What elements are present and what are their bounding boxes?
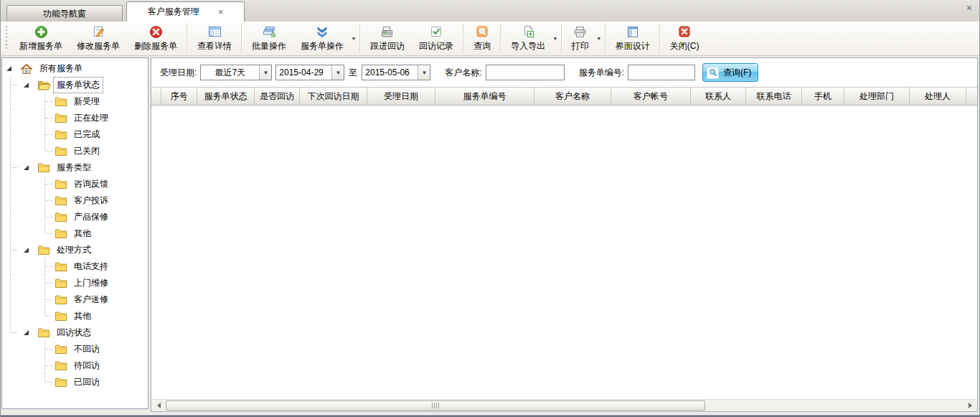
tree-guide	[19, 192, 37, 209]
column-header-order-status[interactable]: 服务单状态	[197, 88, 255, 105]
column-header-next-visit[interactable]: 下次回访日期	[300, 88, 367, 105]
toolbar-separator	[187, 24, 188, 52]
chevron-down-icon[interactable]: ▼	[259, 65, 271, 80]
tree-item-order-status[interactable]: 服务单状态	[2, 77, 148, 93]
tree-guide	[37, 291, 54, 308]
accept-date-label: 受理日期:	[160, 67, 197, 79]
scrollbar-grip-icon	[432, 403, 439, 408]
tree-item-product-warranty[interactable]: 产品保修	[2, 209, 148, 225]
tree-guide	[2, 258, 19, 275]
tree-item-completed[interactable]: 已完成	[2, 126, 148, 143]
tab-close-icon[interactable]: ×	[218, 7, 224, 17]
dropdown-arrow-icon[interactable]: ▼	[552, 35, 558, 40]
date-from-combo[interactable]: 2015-04-29 ▼	[275, 65, 344, 80]
edit-service-order-button[interactable]: 修改服务单	[70, 22, 127, 54]
tree-item-new-accepted[interactable]: 新受理	[2, 93, 148, 110]
tree-guide	[2, 341, 19, 357]
tree-item-closed[interactable]: 已关闭	[2, 143, 148, 159]
horizontal-scrollbar[interactable]	[151, 399, 977, 411]
delete-service-order-button[interactable]: 删除服务单	[127, 22, 184, 54]
tree-item-phone-support[interactable]: 电话支持	[2, 258, 148, 275]
chevron-down-icon[interactable]: ▼	[331, 65, 344, 80]
tree-guide	[19, 258, 37, 275]
tree-guide	[37, 225, 54, 242]
expand-icon[interactable]	[6, 66, 11, 71]
tree-guide	[37, 93, 54, 110]
tree-item-pending-visit[interactable]: 待回访	[2, 357, 148, 374]
row-indicator-column	[151, 88, 161, 105]
search-icon	[707, 67, 719, 79]
service-order-actions-button[interactable]: 服务单操作	[293, 22, 351, 54]
folder-open-icon	[37, 79, 51, 91]
tree-item-type-other[interactable]: 其他	[2, 225, 148, 242]
tree-guide	[2, 93, 19, 110]
expand-icon[interactable]	[24, 165, 29, 170]
tree-item-onsite-repair[interactable]: 上门维修	[2, 275, 148, 291]
tab-customer-service[interactable]: 客户服务管理 ×	[126, 1, 245, 22]
tree-item-service-type[interactable]: 服务类型	[2, 159, 148, 176]
date-range-preset-combo[interactable]: 最近7天 ▼	[200, 65, 272, 80]
chevron-down-icon[interactable]: ▼	[418, 65, 430, 80]
dropdown-arrow-icon[interactable]: ▼	[596, 35, 602, 40]
date-to-combo[interactable]: 2015-05-06 ▼	[362, 65, 430, 80]
ui-design-button[interactable]: 界面设计	[608, 22, 657, 54]
tree-guide	[19, 126, 37, 143]
follow-up-visit-button[interactable]: 跟进回访	[363, 22, 412, 54]
tree-item-method-other[interactable]: 其他	[2, 308, 148, 324]
tab-strip: 功能导航窗 客户服务管理 × ×	[1, 0, 979, 22]
column-header-order-number[interactable]: 服务单编号	[435, 88, 534, 105]
expand-icon[interactable]	[24, 83, 29, 88]
tree-item-all-orders[interactable]: 所有服务单	[2, 60, 148, 77]
expand-icon[interactable]	[24, 330, 29, 335]
column-header-accept-date[interactable]: 受理日期	[367, 88, 435, 105]
scroll-left-icon[interactable]	[153, 400, 164, 411]
customer-name-input[interactable]	[486, 65, 565, 80]
tree-item-customer-complaint[interactable]: 客户投诉	[2, 192, 148, 209]
column-header-seq[interactable]: 序号	[161, 88, 197, 105]
tree-item-customer-sendin[interactable]: 客户送修	[2, 291, 148, 308]
toolbar-grip-icon[interactable]	[5, 26, 9, 50]
add-service-order-button[interactable]: 新增服务单	[12, 22, 70, 54]
tree-item-label: 上门维修	[70, 275, 112, 291]
scrollbar-thumb[interactable]	[166, 400, 705, 411]
tree-item-no-visit[interactable]: 不回访	[2, 341, 148, 357]
view-details-button[interactable]: 查看详情	[190, 22, 239, 54]
tree-item-consult-feedback[interactable]: 咨询反馈	[2, 176, 148, 192]
column-header-is-visit[interactable]: 是否回访	[255, 88, 300, 105]
customer-name-label: 客户名称:	[445, 67, 481, 79]
tree-guide	[2, 110, 19, 126]
tree-item-label: 其他	[70, 308, 95, 324]
column-header-mobile[interactable]: 手机	[802, 88, 844, 105]
tree-guide	[2, 225, 19, 242]
button-label: 查看详情	[197, 40, 232, 52]
column-header-handler[interactable]: 处理人	[910, 88, 966, 105]
batch-operation-button[interactable]: 批量操作	[245, 22, 293, 54]
tree-guide	[2, 209, 19, 225]
tree-item-visit-status[interactable]: 回访状态	[2, 324, 148, 341]
tree-item-visited[interactable]: 已回访	[2, 374, 148, 390]
search-button[interactable]: 查询(F)	[702, 63, 758, 82]
column-header-phone[interactable]: 联系电话	[746, 88, 802, 105]
query-button[interactable]: 查询	[466, 22, 498, 54]
grid-body-empty[interactable]	[151, 106, 977, 399]
import-export-button[interactable]: 导入导出	[504, 22, 552, 54]
column-header-account[interactable]: 客户帐号	[611, 88, 691, 105]
tree-guide	[2, 77, 19, 93]
tree-item-processing[interactable]: 正在处理	[2, 110, 148, 126]
column-header-department[interactable]: 处理部门	[844, 88, 910, 105]
close-button[interactable]: 关闭(C)	[663, 22, 707, 54]
scroll-right-icon[interactable]	[964, 400, 976, 411]
dropdown-arrow-icon[interactable]: ▼	[351, 35, 357, 40]
tree-item-label: 产品保修	[70, 209, 112, 225]
main-panel: 受理日期: 最近7天 ▼ 2015-04-29 ▼ 至 2015-05-06 ▼…	[151, 57, 978, 412]
tree-item-handle-method[interactable]: 处理方式	[2, 242, 148, 258]
print-button[interactable]: 打印	[565, 22, 596, 54]
expand-icon[interactable]	[24, 248, 29, 253]
order-number-input[interactable]	[628, 65, 695, 80]
add-icon	[34, 24, 48, 39]
window-close-icon[interactable]: ×	[966, 3, 972, 13]
column-header-customer[interactable]: 客户名称	[534, 88, 611, 105]
visit-record-button[interactable]: 回访记录	[412, 22, 461, 54]
tab-function-nav[interactable]: 功能导航窗	[6, 5, 123, 22]
column-header-contact[interactable]: 联系人	[691, 88, 746, 105]
